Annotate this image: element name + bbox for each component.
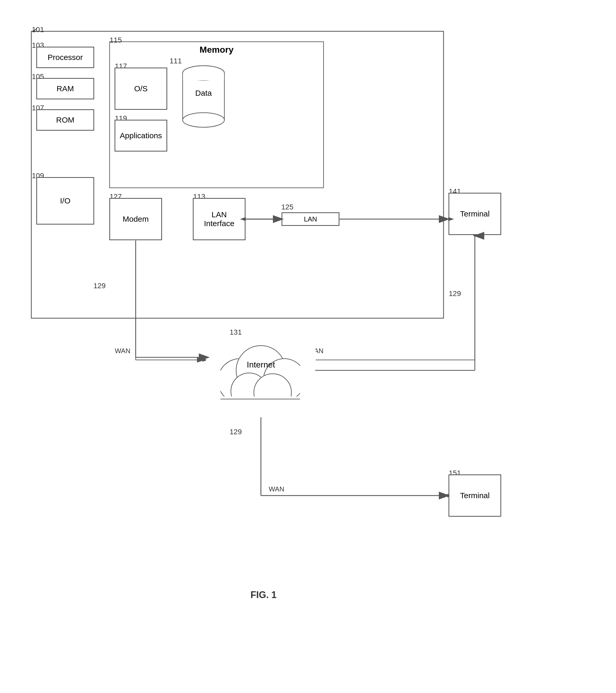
svg-rect-35 bbox=[183, 73, 224, 80]
ref-129a: 129 bbox=[93, 282, 106, 290]
ram-box: RAM bbox=[37, 78, 94, 99]
processor-box: Processor bbox=[37, 47, 94, 68]
internet-cloud: Internet bbox=[206, 329, 316, 417]
ref-129b: 129 bbox=[449, 290, 461, 298]
ref-125: 125 bbox=[281, 203, 293, 211]
applications-box: Applications bbox=[115, 120, 167, 151]
lan-arrow-box: LAN bbox=[282, 213, 339, 225]
rom-box: ROM bbox=[37, 110, 94, 131]
ref-129c: 129 bbox=[230, 428, 242, 436]
internet-label: Internet bbox=[206, 360, 316, 370]
terminal2-box: Terminal bbox=[449, 475, 501, 516]
memory-label: Memory bbox=[110, 42, 324, 57]
modem-box: Modem bbox=[110, 198, 162, 240]
io-box: I/O bbox=[37, 177, 94, 224]
wan-label-1: WAN bbox=[115, 347, 131, 355]
data-label: Data bbox=[177, 89, 230, 98]
svg-rect-43 bbox=[206, 329, 220, 417]
terminal1-box: Terminal bbox=[449, 193, 501, 235]
fig-caption: FIG. 1 bbox=[250, 590, 276, 600]
svg-point-34 bbox=[182, 113, 224, 127]
svg-rect-44 bbox=[300, 329, 316, 417]
lan-interface-box: LAN Interface bbox=[193, 198, 245, 240]
data-cylinder: Data bbox=[177, 63, 230, 131]
svg-rect-4 bbox=[31, 31, 444, 318]
wan-label-3: WAN bbox=[269, 485, 284, 493]
os-box: O/S bbox=[115, 68, 167, 110]
